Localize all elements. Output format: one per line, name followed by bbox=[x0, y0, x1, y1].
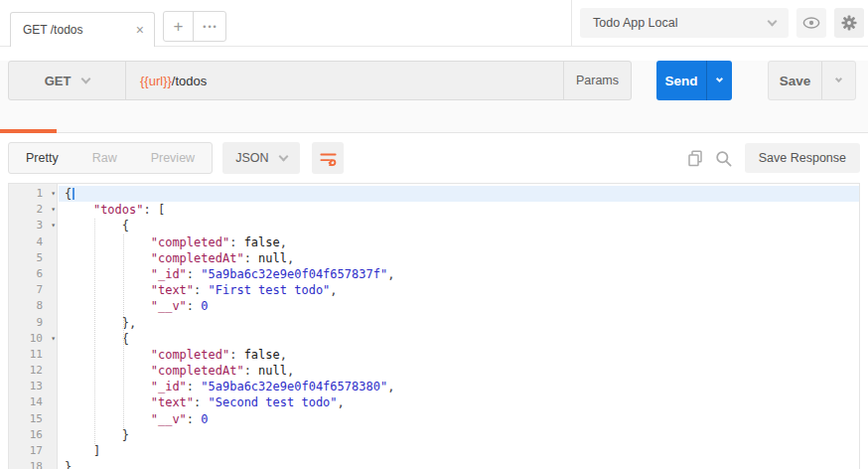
code-token: , bbox=[280, 348, 287, 362]
code-token bbox=[65, 251, 151, 265]
line-number: 17 bbox=[9, 443, 57, 459]
line-number: 10▾ bbox=[9, 331, 57, 347]
method-selector[interactable]: GET bbox=[9, 62, 126, 99]
indent-guide bbox=[123, 234, 124, 428]
wrap-text-button[interactable] bbox=[312, 142, 344, 174]
code-token: : bbox=[244, 364, 258, 378]
code-token: "completed" bbox=[151, 348, 229, 362]
code-line[interactable]: { bbox=[59, 331, 859, 347]
method-label: GET bbox=[45, 74, 72, 88]
code-line[interactable]: "text": "First test todo", bbox=[59, 282, 859, 298]
code-token: : [ bbox=[143, 203, 165, 217]
save-options-button[interactable] bbox=[821, 62, 855, 99]
fold-toggle-icon[interactable]: ▾ bbox=[51, 218, 56, 234]
code-token: : bbox=[194, 395, 208, 409]
code-token: , bbox=[280, 235, 287, 249]
view-raw[interactable]: Raw bbox=[75, 151, 134, 165]
code-token: "First test todo" bbox=[209, 283, 331, 297]
code-token: 0 bbox=[201, 412, 208, 426]
code-line[interactable]: }, bbox=[59, 315, 859, 331]
response-body-editor[interactable]: 1▾2▾3▾45678910▾1112131415161718 { "todos… bbox=[8, 183, 860, 469]
chevron-down-icon bbox=[279, 151, 289, 161]
header: GET /todos × + ••• Todo App Local bbox=[0, 0, 868, 47]
code-token: "completed" bbox=[151, 235, 229, 249]
tab-get-todos[interactable]: GET /todos × bbox=[10, 12, 155, 47]
code-token: : bbox=[229, 348, 243, 362]
code-line[interactable]: } bbox=[59, 427, 859, 443]
tab-bar: GET /todos × + ••• bbox=[0, 0, 571, 46]
code-line[interactable]: "completedAt": null, bbox=[59, 363, 859, 379]
code-token bbox=[65, 203, 93, 217]
line-number: 9 bbox=[9, 315, 57, 331]
code-line[interactable]: } bbox=[59, 459, 859, 469]
code-token: , bbox=[330, 283, 337, 297]
code-token: , bbox=[287, 364, 294, 378]
code-token: , bbox=[338, 395, 345, 409]
code-line[interactable]: "completed": false, bbox=[59, 347, 859, 363]
params-button[interactable]: Params bbox=[563, 62, 631, 99]
code-token: : bbox=[244, 251, 258, 265]
line-number: 8 bbox=[9, 298, 57, 314]
code-area[interactable]: { "todos": [ { "completed": false, "comp… bbox=[59, 184, 859, 469]
copy-icon bbox=[686, 149, 704, 167]
code-token: } bbox=[65, 428, 129, 442]
fold-toggle-icon[interactable]: ▾ bbox=[51, 331, 56, 347]
line-number: 14 bbox=[9, 394, 57, 410]
environment-area: Todo App Local bbox=[571, 0, 868, 46]
code-token: "__v" bbox=[151, 412, 187, 426]
code-line[interactable]: { bbox=[59, 218, 859, 234]
search-response-button[interactable] bbox=[714, 149, 733, 168]
line-number: 2▾ bbox=[9, 202, 57, 218]
save-response-button[interactable]: Save Response bbox=[745, 143, 860, 173]
code-token: "todos" bbox=[93, 203, 144, 217]
code-token: "completedAt" bbox=[151, 364, 244, 378]
code-line[interactable]: "completed": false, bbox=[59, 234, 859, 250]
code-token: { bbox=[65, 332, 129, 346]
code-token bbox=[65, 364, 151, 378]
fold-toggle-icon[interactable]: ▾ bbox=[51, 202, 56, 218]
send-button[interactable]: Send bbox=[656, 61, 706, 100]
tab-close-icon[interactable]: × bbox=[136, 23, 144, 37]
format-selector[interactable]: JSON bbox=[222, 142, 300, 174]
url-bar: GET {{url}}/todos Params bbox=[8, 61, 632, 100]
view-pretty[interactable]: Pretty bbox=[9, 151, 75, 165]
code-line[interactable]: { bbox=[59, 186, 859, 202]
fold-toggle-icon[interactable]: ▾ bbox=[51, 186, 56, 202]
code-token: { bbox=[65, 187, 72, 201]
copy-response-button[interactable] bbox=[686, 149, 704, 167]
view-preview[interactable]: Preview bbox=[134, 151, 212, 165]
line-number: 6 bbox=[9, 266, 57, 282]
code-line[interactable]: "__v": 0 bbox=[59, 411, 859, 427]
send-options-button[interactable] bbox=[706, 61, 732, 100]
code-line[interactable]: "_id": "5a9ba6c32e9e0f04f6578380", bbox=[59, 379, 859, 394]
code-token: { bbox=[65, 219, 129, 233]
environment-selector[interactable]: Todo App Local bbox=[580, 8, 789, 38]
code-line[interactable]: "__v": 0 bbox=[59, 298, 859, 314]
code-token bbox=[65, 348, 151, 362]
code-line[interactable]: "todos": [ bbox=[59, 202, 859, 218]
tab-more-button[interactable]: ••• bbox=[193, 12, 225, 41]
code-line[interactable]: ] bbox=[59, 443, 859, 459]
code-token: , bbox=[387, 267, 394, 281]
code-token: "5a9ba6c32e9e0f04f657837f" bbox=[201, 267, 387, 281]
code-line[interactable]: "text": "Second test todo", bbox=[59, 394, 859, 410]
environment-preview-button[interactable] bbox=[796, 8, 826, 38]
code-token: : bbox=[187, 267, 201, 281]
new-tab-button[interactable]: + bbox=[164, 12, 193, 41]
url-input[interactable]: {{url}}/todos bbox=[126, 62, 563, 99]
chevron-down-icon bbox=[768, 16, 778, 26]
send-button-group: Send bbox=[656, 61, 732, 100]
environment-name: Todo App Local bbox=[593, 16, 678, 30]
active-section-indicator bbox=[0, 129, 57, 133]
code-line[interactable]: "completedAt": null, bbox=[59, 250, 859, 266]
line-number: 1▾ bbox=[9, 186, 57, 202]
chevron-down-icon bbox=[716, 75, 723, 81]
code-token bbox=[65, 267, 151, 281]
gear-icon bbox=[840, 14, 858, 32]
settings-button[interactable] bbox=[834, 8, 864, 38]
code-token bbox=[65, 235, 151, 249]
save-button[interactable]: Save bbox=[769, 62, 821, 99]
line-number: 11 bbox=[9, 347, 57, 363]
code-line[interactable]: "_id": "5a9ba6c32e9e0f04f657837f", bbox=[59, 266, 859, 282]
chevron-down-icon bbox=[835, 75, 842, 81]
